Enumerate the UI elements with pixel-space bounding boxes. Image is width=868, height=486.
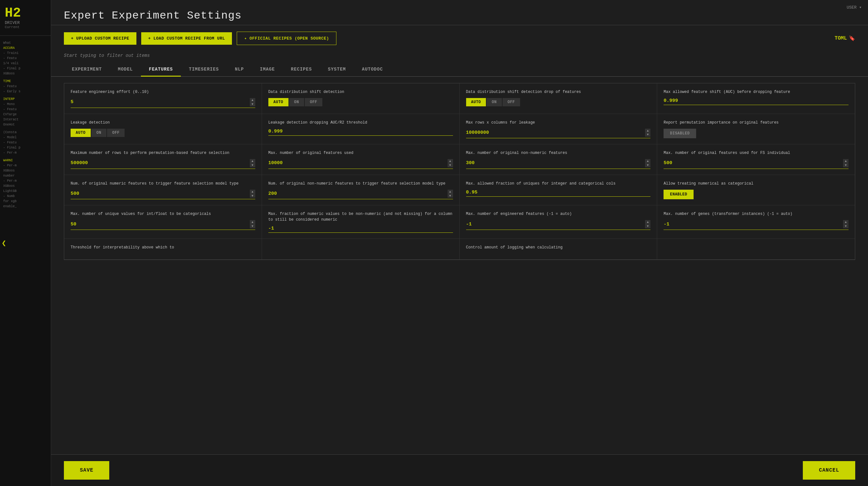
- max-rows-leakage-input[interactable]: [466, 130, 645, 135]
- stepper[interactable]: ▲ ▼: [645, 220, 650, 228]
- stepper[interactable]: ▲ ▼: [447, 159, 453, 167]
- stepper-down[interactable]: ▼: [645, 163, 650, 167]
- stepper-up[interactable]: ▲: [447, 159, 453, 163]
- stepper[interactable]: ▲ ▼: [250, 190, 255, 198]
- max-genes-input[interactable]: [663, 222, 843, 227]
- stepper[interactable]: ▲ ▼: [447, 190, 453, 198]
- stepper-down[interactable]: ▼: [447, 194, 453, 198]
- stepper-down[interactable]: ▼: [250, 224, 255, 228]
- tab-features[interactable]: FEATURES: [141, 63, 181, 77]
- feature-engineering-input[interactable]: [71, 99, 250, 105]
- tab-system[interactable]: SYSTEM: [320, 63, 354, 77]
- sidebar-accuracy: ACCURA: [3, 46, 48, 51]
- setting-value: ▲ ▼: [663, 159, 848, 169]
- stepper-up[interactable]: ▲: [250, 159, 255, 163]
- leakage-threshold-input[interactable]: [268, 129, 453, 134]
- tab-model[interactable]: MODEL: [110, 63, 141, 77]
- stepper-up[interactable]: ▲: [843, 159, 848, 163]
- sidebar-content: What ACCURA - Traini - Featu 1/4 vali - …: [0, 36, 51, 217]
- logo-area: ❮ H2 DRIVER Current: [0, 0, 51, 36]
- setting-label: Num. of original non-numeric features to…: [268, 181, 453, 187]
- stepper-down[interactable]: ▼: [645, 224, 650, 228]
- tab-timeseries[interactable]: TIMESERIES: [181, 63, 227, 77]
- max-rows-perm-input[interactable]: [71, 160, 250, 166]
- save-button[interactable]: SAVE: [64, 461, 109, 480]
- toggle-off[interactable]: OFF: [107, 129, 125, 137]
- max-fraction-uniques-input[interactable]: [466, 190, 651, 195]
- stepper-down[interactable]: ▼: [843, 163, 848, 167]
- stepper-up[interactable]: ▲: [843, 220, 848, 224]
- toggle-auto[interactable]: AUTO: [71, 129, 91, 137]
- tab-recipes[interactable]: RECIPES: [283, 63, 320, 77]
- tab-image[interactable]: IMAGE: [252, 63, 283, 77]
- disabled-button[interactable]: DISABLED: [663, 129, 696, 138]
- stepper-up[interactable]: ▲: [250, 98, 255, 102]
- setting-label: Max. number of original features used: [268, 150, 453, 156]
- stepper-down[interactable]: ▼: [843, 224, 848, 228]
- sidebar-training: - Traini: [3, 51, 48, 56]
- stepper-down[interactable]: ▼: [645, 132, 650, 137]
- feature-engineering-stepper[interactable]: ▲ ▼: [250, 98, 255, 106]
- sidebar-onehot: OneHot: [3, 122, 48, 127]
- stepper-up[interactable]: ▲: [645, 159, 650, 163]
- setting-label: Num. of original numeric features to tri…: [71, 181, 255, 187]
- num-numeric-trigger-input[interactable]: [71, 191, 250, 196]
- stepper-up[interactable]: ▲: [250, 190, 255, 194]
- stepper-down[interactable]: ▼: [447, 163, 453, 167]
- tab-nlp[interactable]: NLP: [227, 63, 252, 77]
- max-rows-stepper[interactable]: ▲ ▼: [645, 129, 650, 137]
- setting-value: ▲ ▼: [71, 190, 255, 200]
- sidebar-final: - Final p: [3, 66, 48, 71]
- setting-data-dist-shift: Data distribution shift detection AUTO O…: [262, 83, 460, 114]
- setting-max-rows-permutation: Maximum number of rows to perform permut…: [64, 144, 262, 175]
- sidebar-feat2: - Featu: [3, 107, 48, 112]
- stepper-up[interactable]: ▲: [250, 220, 255, 224]
- max-non-numeric-input[interactable]: [466, 160, 645, 166]
- official-recipes-button[interactable]: ✦ OFFICIAL RECIPES (OPEN SOURCE): [237, 32, 336, 45]
- stepper-down[interactable]: ▼: [250, 102, 255, 106]
- max-fraction-non-numeric-input[interactable]: [268, 226, 453, 231]
- setting-control-amount-logging: Control amount of logging when calculati…: [460, 239, 657, 260]
- toggle-off[interactable]: OFF: [305, 98, 322, 106]
- toggle-off[interactable]: OFF: [502, 98, 520, 106]
- stepper-down[interactable]: ▼: [250, 194, 255, 198]
- max-original-features-input[interactable]: [268, 160, 447, 166]
- num-non-numeric-trigger-input[interactable]: [268, 191, 447, 196]
- stepper-up[interactable]: ▲: [645, 220, 650, 224]
- toggle-auto[interactable]: AUTO: [466, 98, 486, 106]
- stepper-up[interactable]: ▲: [447, 190, 453, 194]
- sidebar-warn9: enable_: [3, 204, 48, 209]
- max-unique-values-input[interactable]: [71, 222, 250, 227]
- toggle-on[interactable]: ON: [487, 98, 502, 106]
- stepper[interactable]: ▲ ▼: [250, 220, 255, 228]
- stepper[interactable]: ▲ ▼: [843, 159, 848, 167]
- tabs-bar: EXPERIMENT MODEL FEATURES TIMESERIES NLP…: [51, 63, 868, 77]
- cancel-button[interactable]: CANCEL: [803, 461, 855, 480]
- setting-label: Max. number of engineered features (-1 =…: [466, 211, 651, 217]
- load-url-button[interactable]: + LOAD CUSTOM RECIPE FROM URL: [141, 32, 232, 45]
- toggle-auto[interactable]: AUTO: [268, 98, 288, 106]
- setting-data-dist-drop: Data distribution shift detection drop o…: [460, 83, 657, 114]
- user-menu[interactable]: USER ▾: [846, 5, 862, 10]
- tab-autodoc[interactable]: AUTODOC: [354, 63, 391, 77]
- setting-label: Max allowed feature shift (AUC) before d…: [663, 89, 848, 95]
- max-engineered-features-input[interactable]: [466, 222, 645, 227]
- stepper[interactable]: ▲ ▼: [250, 159, 255, 167]
- sidebar: ❮ H2 DRIVER Current What ACCURA - Traini…: [0, 0, 51, 486]
- upload-recipe-button[interactable]: + UPLOAD CUSTOM RECIPE: [64, 32, 136, 45]
- nav-arrow[interactable]: ❮: [2, 238, 6, 248]
- toggle-on[interactable]: ON: [91, 129, 106, 137]
- setting-label: Feature engineering effort (0..10): [71, 89, 255, 95]
- setting-max-engineered-features: Max. number of engineered features (-1 =…: [460, 205, 657, 239]
- stepper-down[interactable]: ▼: [250, 163, 255, 167]
- max-feature-shift-input[interactable]: [663, 98, 848, 103]
- enabled-button[interactable]: ENABLED: [663, 190, 693, 199]
- tab-experiment[interactable]: EXPERIMENT: [64, 63, 110, 77]
- footer: SAVE CANCEL: [51, 454, 868, 486]
- stepper[interactable]: ▲ ▼: [645, 159, 650, 167]
- stepper-up[interactable]: ▲: [645, 129, 650, 133]
- toggle-on[interactable]: ON: [289, 98, 304, 106]
- stepper[interactable]: ▲ ▼: [843, 220, 848, 228]
- setting-empty1: [262, 239, 460, 260]
- max-fs-individual-input[interactable]: [663, 160, 843, 166]
